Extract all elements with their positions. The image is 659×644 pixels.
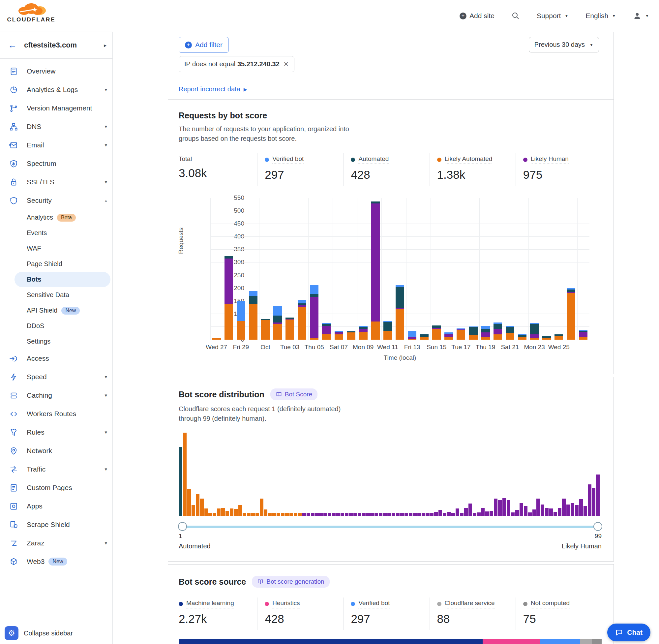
bar-day-29[interactable]	[567, 288, 575, 340]
histogram-bar-score-62[interactable]	[439, 510, 442, 516]
histogram-bar-score-92[interactable]	[566, 505, 570, 516]
settings-gear-button[interactable]: ⚙	[5, 626, 19, 640]
histogram-bar-score-61[interactable]	[434, 512, 438, 516]
bar-day-30[interactable]	[579, 330, 587, 340]
bar-day-8[interactable]	[310, 285, 319, 340]
histogram-bar-score-9[interactable]	[213, 513, 216, 516]
distribution-histogram[interactable]	[179, 433, 602, 516]
histogram-bar-score-72[interactable]	[481, 508, 485, 516]
bar-day-2[interactable]	[237, 301, 245, 340]
histogram-bar-score-53[interactable]	[400, 513, 404, 516]
histogram-bar-score-68[interactable]	[464, 508, 468, 516]
histogram-bar-score-5[interactable]	[196, 494, 199, 516]
histogram-bar-score-17[interactable]	[247, 513, 251, 516]
histogram-bar-score-89[interactable]	[554, 512, 557, 516]
histogram-bar-score-1[interactable]	[179, 447, 182, 516]
histogram-bar-score-49[interactable]	[383, 513, 387, 516]
histogram-bar-score-85[interactable]	[536, 499, 540, 516]
histogram-bar-score-43[interactable]	[358, 513, 361, 516]
histogram-bar-score-70[interactable]	[473, 513, 476, 516]
histogram-bar-score-7[interactable]	[204, 508, 208, 516]
histogram-bar-score-47[interactable]	[375, 513, 378, 516]
histogram-bar-score-91[interactable]	[562, 499, 566, 516]
histogram-bar-score-82[interactable]	[524, 506, 527, 516]
sidebar-item-email[interactable]: Email▾	[0, 136, 112, 154]
chat-button[interactable]: Chat	[607, 624, 651, 641]
histogram-bar-score-32[interactable]	[311, 513, 314, 516]
histogram-bar-score-96[interactable]	[584, 506, 587, 516]
bar-day-22[interactable]	[481, 326, 490, 340]
sidebar-item-zaraz[interactable]: Zaraz▾	[0, 534, 112, 552]
bar-day-14[interactable]	[383, 321, 392, 340]
bar-day-4[interactable]	[261, 319, 270, 340]
bar-day-23[interactable]	[494, 322, 502, 340]
cloudflare-logo[interactable]: CLOUDFLARE	[6, 2, 56, 23]
sidebar-item-security[interactable]: Security▴	[0, 191, 112, 210]
histogram-bar-score-59[interactable]	[426, 513, 429, 516]
histogram-bar-score-4[interactable]	[191, 505, 195, 516]
back-arrow-icon[interactable]: ←	[8, 40, 17, 50]
sidebar-item-ssl-tls[interactable]: SSL/TLS▾	[0, 173, 112, 191]
histogram-bar-score-28[interactable]	[294, 513, 297, 516]
bar-day-28[interactable]	[555, 335, 563, 340]
sidebar-item-network[interactable]: Network	[0, 441, 112, 460]
histogram-bar-score-74[interactable]	[490, 511, 493, 516]
histogram-bar-score-94[interactable]	[575, 505, 579, 516]
histogram-bar-score-81[interactable]	[520, 503, 523, 516]
histogram-bar-score-29[interactable]	[298, 513, 302, 516]
histogram-bar-score-46[interactable]	[370, 513, 374, 516]
histogram-bar-score-56[interactable]	[413, 513, 417, 516]
histogram-bar-score-80[interactable]	[515, 510, 519, 516]
bar-day-17[interactable]	[420, 334, 428, 340]
sidebar-item-web3[interactable]: Web3New	[0, 552, 112, 571]
bar-day-5[interactable]	[273, 306, 282, 340]
slider-handle-max[interactable]	[593, 522, 602, 531]
histogram-bar-score-35[interactable]	[323, 513, 327, 516]
histogram-bar-score-97[interactable]	[588, 484, 591, 516]
histogram-bar-score-2[interactable]	[183, 433, 187, 516]
histogram-bar-score-83[interactable]	[528, 512, 532, 516]
bar-day-7[interactable]	[298, 300, 306, 340]
bar-day-18[interactable]	[432, 325, 441, 340]
histogram-bar-score-38[interactable]	[336, 513, 340, 516]
histogram-bar-score-65[interactable]	[451, 513, 455, 516]
bot-score-badge[interactable]: Bot Score	[270, 388, 317, 400]
histogram-bar-score-25[interactable]	[281, 513, 284, 516]
histogram-bar-score-58[interactable]	[422, 513, 425, 516]
sidebar-item-caching[interactable]: Caching▾	[0, 386, 112, 405]
filter-chip[interactable]: IP does not equal 35.212.240.32 ✕	[179, 56, 295, 72]
histogram-bar-score-99[interactable]	[596, 475, 600, 516]
histogram-bar-score-33[interactable]	[315, 513, 319, 516]
histogram-bar-score-87[interactable]	[545, 508, 548, 516]
histogram-bar-score-93[interactable]	[571, 503, 574, 516]
histogram-bar-score-51[interactable]	[392, 513, 395, 516]
support-menu[interactable]: Support ▼	[537, 12, 568, 20]
histogram-bar-score-15[interactable]	[238, 505, 242, 516]
close-icon[interactable]: ✕	[283, 60, 289, 68]
bar-day-27[interactable]	[542, 336, 551, 340]
sidebar-item-workers-routes[interactable]: Workers Routes	[0, 405, 112, 423]
slider-handle-min[interactable]	[178, 522, 187, 531]
account-menu[interactable]: ▼	[633, 12, 649, 20]
histogram-bar-score-44[interactable]	[362, 513, 366, 516]
histogram-bar-score-76[interactable]	[498, 500, 502, 516]
histogram-bar-score-10[interactable]	[217, 508, 220, 516]
histogram-bar-score-20[interactable]	[260, 499, 263, 516]
histogram-bar-score-48[interactable]	[379, 513, 382, 516]
histogram-bar-score-21[interactable]	[264, 509, 267, 516]
bar-day-25[interactable]	[518, 334, 526, 340]
histogram-bar-score-24[interactable]	[277, 513, 280, 516]
bar-day-10[interactable]	[335, 331, 343, 340]
histogram-bar-score-52[interactable]	[396, 513, 400, 516]
sidebar-item-scrape-shield[interactable]: Scrape Shield	[0, 515, 112, 534]
histogram-bar-score-3[interactable]	[187, 489, 191, 516]
bar-day-3[interactable]	[249, 291, 257, 340]
histogram-bar-score-66[interactable]	[455, 508, 459, 516]
histogram-bar-score-34[interactable]	[319, 513, 323, 516]
histogram-bar-score-90[interactable]	[558, 508, 561, 516]
histogram-bar-score-60[interactable]	[430, 513, 433, 516]
histogram-bar-score-22[interactable]	[268, 513, 272, 516]
histogram-bar-score-88[interactable]	[549, 508, 553, 516]
histogram-bar-score-13[interactable]	[230, 508, 233, 516]
histogram-bar-score-67[interactable]	[460, 513, 464, 516]
